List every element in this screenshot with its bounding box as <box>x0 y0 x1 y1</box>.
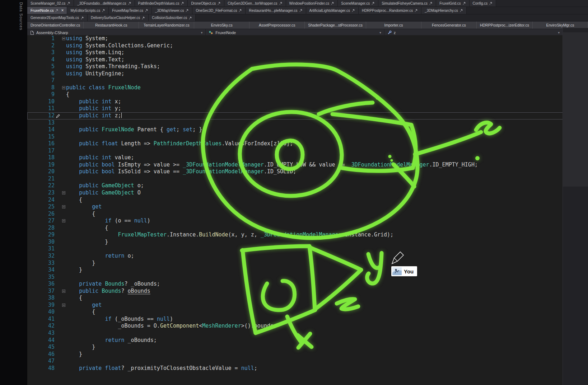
code-line[interactable]: 44 return _oBounds; <box>27 337 563 344</box>
code-line[interactable]: 20 public bool IsSolid => value == _3DFo… <box>27 168 563 175</box>
tab-envirosky-cs[interactable]: EnviroSky.cs <box>194 22 249 29</box>
code-line[interactable]: 25 get <box>27 203 563 211</box>
fold-toggle[interactable] <box>62 191 65 194</box>
code-line[interactable]: 9{ <box>27 91 563 98</box>
pin-icon[interactable] <box>331 1 334 5</box>
code-line[interactable]: 22 public GameObject o; <box>27 182 563 189</box>
fold-toggle[interactable] <box>62 219 65 222</box>
code-line[interactable]: 42 _oBounds = O.GetComponent<MeshRendere… <box>27 323 563 330</box>
tab-scenemanager-02-cs[interactable]: SceneManager_02.cs <box>27 0 74 6</box>
tab--3dmapviewer-cs[interactable]: _3DMapViewer.cs <box>152 7 192 14</box>
code-line[interactable]: 12 public int z; <box>27 112 563 119</box>
code-line[interactable]: 15 <box>27 133 563 141</box>
tab-importer-cs[interactable]: Importer.cs <box>366 22 421 29</box>
code-line[interactable]: 19 public bool IsEmpty => value >= _3DFo… <box>27 161 563 169</box>
tab-deliverysurfaceclasshelper-cs[interactable]: DeliverySurfaceClassHelper.cs <box>88 14 149 21</box>
code-line[interactable]: 26 { <box>27 211 563 218</box>
code-line[interactable]: 21 <box>27 175 563 183</box>
tab-droneobject-cs[interactable]: DroneObject.cs <box>188 0 224 6</box>
code-line[interactable]: 18 public int value; <box>27 154 563 161</box>
pin-icon[interactable] <box>372 1 375 5</box>
pin-icon[interactable] <box>55 9 59 12</box>
tab-shaderpackage-stprocessor-cs[interactable]: ShaderPackage...stProcessor.cs <box>305 22 366 29</box>
tab-restaurantho-plemanager-cs[interactable]: RestaurantHo...pleManager.cs <box>246 7 306 14</box>
code-line[interactable]: 37 public Bounds? oBounds <box>27 288 563 295</box>
code-line[interactable]: 1using System; <box>27 35 563 42</box>
code-line[interactable]: 28 { <box>27 225 563 232</box>
scrollbar-viewport[interactable] <box>563 32 588 187</box>
tab-citygen3dgen-torwrapper-cs[interactable]: CityGen3DGen...torWrapper.cs <box>224 0 286 6</box>
tab-myeditorscripts-cs[interactable]: MyEditorScripts.cs <box>67 7 109 14</box>
code-line[interactable]: 5using System.Threading.Tasks; <box>27 63 563 70</box>
code-line[interactable]: 35 <box>27 274 563 281</box>
tab-artificiallightsmanager-cs[interactable]: ArtificialLightsManager.cs <box>306 7 359 14</box>
tab-assetpreprocessor-cs[interactable]: AssetPreprocessor.cs <box>249 22 305 29</box>
tab-windowpositionfinder-cs[interactable]: WindowPositionFinder.cs <box>286 0 338 6</box>
code-line[interactable]: 8public class FruxelNode <box>27 84 563 91</box>
code-line[interactable]: 11 public int y; <box>27 105 563 112</box>
pin-icon[interactable] <box>142 16 145 20</box>
code-line[interactable]: 14 public FruxelNode Parent { get; set; … <box>27 126 563 133</box>
pin-icon[interactable] <box>352 9 355 12</box>
tab-collisionsubscriber-cs[interactable]: CollisionSubscriber.cs <box>149 14 196 21</box>
code-line[interactable]: 46 } <box>27 351 563 358</box>
tab-fruxelmaptester-cs[interactable]: FruxelMapTester.cs <box>109 7 152 14</box>
code-line[interactable]: 41 if (_oBounds == null) <box>27 316 563 323</box>
pin-icon[interactable] <box>415 9 418 12</box>
code-editor[interactable]: 1using System;2using System.Collections.… <box>27 35 563 385</box>
tab-restauranthook-cs[interactable]: RestaurantHook.cs <box>84 22 139 29</box>
tab-config-cs[interactable]: Config.cs <box>470 0 496 6</box>
tab-enviroskymgr-cs[interactable]: EnviroSkyMgr.cs <box>533 22 588 29</box>
code-line[interactable]: 3using System.Linq; <box>27 49 563 56</box>
tab-simulatedfisheyecamera-cs[interactable]: SimulatedFisheyeCamera.cs <box>378 0 436 6</box>
code-line[interactable]: 6using UnityEngine; <box>27 70 563 78</box>
code-line[interactable]: 16 public float Length => PathfinderDept… <box>27 140 563 147</box>
code-line[interactable]: 30 } <box>27 239 563 246</box>
fold-toggle[interactable] <box>62 205 65 208</box>
tab-droneorientationcontroller-cs[interactable]: DroneOrientationController.cs <box>27 22 84 29</box>
chevron-down-icon[interactable]: ▾ <box>558 31 560 34</box>
scrollbar-map[interactable] <box>563 28 588 385</box>
code-line[interactable]: 47 <box>27 358 563 365</box>
chevron-down-icon[interactable]: ▾ <box>379 31 381 34</box>
pin-icon[interactable] <box>489 1 493 5</box>
code-line[interactable]: 24 { <box>27 197 563 204</box>
code-line[interactable]: 13 <box>27 119 563 127</box>
pin-icon[interactable] <box>218 1 221 5</box>
code-line[interactable]: 39 get <box>27 302 563 309</box>
pin-icon[interactable] <box>67 1 70 5</box>
tab--3dfoundatio-delmanager-cs[interactable]: _3DFoundatio...delManager.cs <box>74 0 135 6</box>
fold-toggle[interactable] <box>62 86 65 89</box>
tab-scenemanager-cs[interactable]: SceneManager.cs <box>338 0 378 6</box>
tab-hdrppostproc-izereditor-cs[interactable]: HDRPPostproc...izerEditor.cs <box>477 22 533 29</box>
pin-icon[interactable] <box>128 1 131 5</box>
code-line[interactable]: 7 <box>27 77 563 84</box>
fold-toggle[interactable] <box>62 37 65 40</box>
tab-generator2exportmaptools-cs[interactable]: Generator2ExportMapTools.cs <box>27 14 88 21</box>
pin-icon[interactable] <box>463 1 466 5</box>
code-line[interactable]: 34 } <box>27 267 563 274</box>
pin-icon[interactable] <box>460 9 463 12</box>
tab-fruxelgrid-cs[interactable]: FruxelGrid.cs <box>436 0 469 6</box>
code-line[interactable]: 31 <box>27 245 563 253</box>
code-line[interactable]: 38 { <box>27 295 563 302</box>
tab-terrainlayerrandomizer-cs[interactable]: TerrainLayerRandomizer.cs <box>139 22 194 29</box>
code-line[interactable]: 48 private float? _proximityToClosestObs… <box>27 365 563 372</box>
code-line[interactable]: 17 <box>27 147 563 155</box>
fold-toggle[interactable] <box>62 304 65 307</box>
code-line[interactable]: 33 } <box>27 260 563 267</box>
code-line[interactable]: 27 if (o == null) <box>27 217 563 225</box>
code-line[interactable]: 23 public GameObject O <box>27 189 563 197</box>
code-line[interactable]: 45 } <box>27 344 563 351</box>
code-line[interactable]: 2using System.Collections.Generic; <box>27 42 563 50</box>
pin-icon[interactable] <box>239 9 242 12</box>
pin-icon[interactable] <box>279 1 283 5</box>
pin-icon[interactable] <box>181 1 184 5</box>
tab-fruxelnode-cs[interactable]: FruxelNode.cs× <box>27 7 67 14</box>
tab-pathfinderdepthvalues-cs[interactable]: PathfinderDepthValues.cs <box>135 0 188 6</box>
code-line[interactable]: 29 FruxelMapTester.Instance.BuildNode(x,… <box>27 231 563 239</box>
code-line[interactable]: 32 return o; <box>27 253 563 260</box>
tab-onesec3d-fileformat-cs[interactable]: OneSec3D_FileFormat.cs <box>192 7 246 14</box>
tab-hdrppostproc-randomizer-cs[interactable]: HDRPPostproc...Randomizer.cs <box>359 7 421 14</box>
pin-icon[interactable] <box>102 9 105 12</box>
